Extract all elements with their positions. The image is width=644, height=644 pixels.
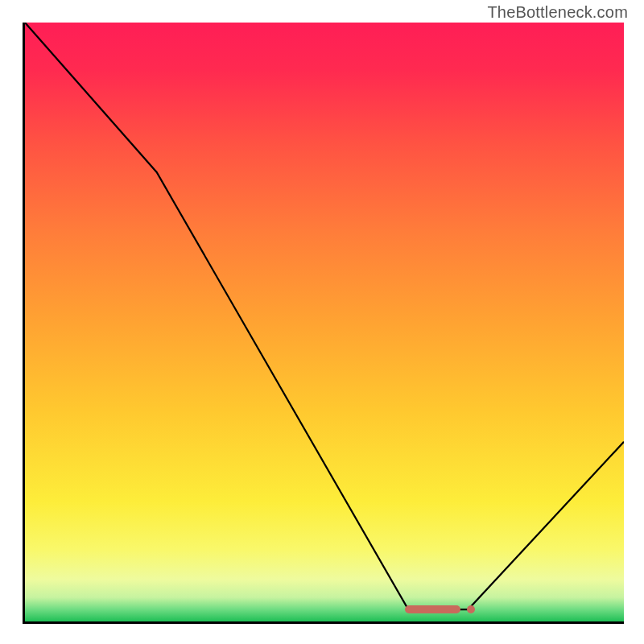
chart-marker-dot	[467, 605, 475, 613]
chart-curve	[25, 23, 624, 621]
watermark-text: TheBottleneck.com	[487, 3, 628, 22]
chart-marker-segment	[405, 605, 460, 613]
chart-plot-area	[23, 23, 624, 624]
